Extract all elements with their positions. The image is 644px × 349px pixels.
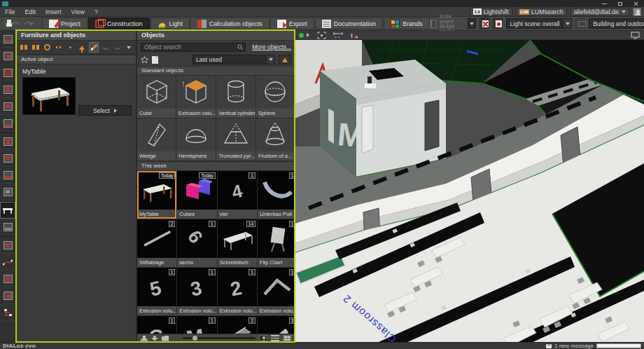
object-vertical-cylinder[interactable]: Vertical cylinder — [216, 76, 255, 118]
rotate-button[interactable] — [42, 42, 52, 53]
menu-insert[interactable]: Insert — [41, 8, 66, 15]
object-cube[interactable]: Cube — [137, 76, 176, 118]
week-item-extrusion-5[interactable]: 1 5 Extrusion volu... — [137, 268, 176, 315]
object-truncated-pyramid[interactable]: Truncated pyr... — [216, 118, 255, 160]
menu-edit[interactable]: Edit — [20, 8, 41, 15]
tool-network[interactable] — [0, 304, 15, 321]
sort-dropdown[interactable]: Last used — [192, 55, 275, 64]
more-objects-link[interactable]: More objects... — [252, 43, 291, 50]
toolbar-more-button[interactable] — [124, 42, 134, 53]
view-state-button[interactable] — [299, 31, 310, 39]
cancel-calculation-button[interactable] — [479, 18, 489, 29]
week-item-flip-chart[interactable]: 1 Flip Chart — [258, 219, 295, 267]
tab-documentation[interactable]: Documentation — [315, 18, 384, 29]
week-item-unterbau-pult[interactable]: 1 Unterbau Pult — [258, 171, 295, 219]
tool-ceilings[interactable] — [0, 167, 15, 184]
my-objects-icon[interactable] — [152, 56, 158, 64]
tool-furniture[interactable] — [0, 202, 15, 219]
scope-dropdown-button[interactable] — [468, 18, 476, 29]
undo-button[interactable] — [10, 19, 21, 29]
tab-export[interactable]: Export — [270, 18, 314, 29]
tool-zones[interactable] — [0, 287, 15, 304]
menu-view[interactable]: View — [66, 8, 90, 15]
message-icon[interactable] — [546, 344, 552, 348]
object-cone-frustum[interactable]: Frustum of a... — [256, 118, 295, 160]
tool-luminaires[interactable] — [0, 237, 15, 254]
object-search-input[interactable] — [141, 43, 246, 52]
curve-tool2-button[interactable] — [113, 42, 122, 53]
light-scene-dropdown[interactable]: Light scene overall — [506, 18, 573, 29]
object-hemisphere[interactable]: Hemisphere — [176, 118, 216, 160]
minimize-icon[interactable] — [602, 4, 607, 4]
scene-3d[interactable]: M — [295, 40, 644, 342]
object-wedge[interactable]: Wedge — [137, 118, 176, 160]
favorites-star-icon[interactable] — [141, 56, 148, 64]
tool-windows[interactable] — [0, 184, 15, 200]
maximize-icon[interactable] — [618, 2, 622, 6]
arrange-pair-button[interactable] — [19, 42, 29, 53]
tool-floor-slabs[interactable] — [0, 115, 15, 132]
menu-file[interactable]: File — [0, 8, 20, 15]
week-item-vier[interactable]: 1 4 vier — [218, 171, 257, 219]
tool-terrain[interactable] — [0, 31, 15, 48]
center-view-button[interactable] — [317, 31, 326, 39]
vertical-cylinder-icon — [220, 77, 251, 108]
tab-construction[interactable]: Construction — [88, 18, 150, 29]
thumbnail-size-slider[interactable] — [183, 337, 255, 339]
tool-storeys[interactable] — [0, 64, 15, 81]
wand-icon — [90, 44, 97, 50]
import-object-icon[interactable] — [141, 336, 148, 341]
tool-columns[interactable] — [0, 133, 15, 150]
folder-icon[interactable] — [162, 336, 169, 341]
tool-roofs[interactable] — [0, 150, 15, 167]
object-extrusion-volume[interactable]: ! Extrusion volu... — [176, 76, 216, 118]
tool-walls[interactable] — [0, 81, 15, 98]
curve-tool-button[interactable] — [101, 42, 111, 53]
arrange-row-button[interactable] — [31, 42, 41, 53]
object-sphere[interactable]: Sphere — [256, 76, 295, 118]
download-icon[interactable] — [151, 336, 158, 341]
extract-button[interactable] — [77, 42, 87, 53]
preview-mode-icon[interactable] — [259, 335, 267, 341]
tool-wall-openings[interactable] — [0, 98, 15, 115]
redo-button[interactable] — [22, 19, 34, 29]
collapse-up-button[interactable] — [279, 55, 291, 64]
slider-knob[interactable] — [192, 336, 197, 341]
tool-materials[interactable] — [0, 219, 15, 235]
week-item-extrusion-2[interactable]: 1 2 Extrusion volu... — [218, 268, 257, 315]
tab-light[interactable]: Light — [150, 18, 190, 29]
tab-project[interactable]: Project — [42, 18, 88, 29]
tab-brands[interactable]: Brands — [384, 18, 430, 29]
new-message-label[interactable]: 1 new message — [554, 343, 594, 349]
measure-button[interactable] — [333, 31, 343, 39]
paint-mode-button[interactable] — [89, 42, 99, 53]
active-object-thumbnail[interactable] — [22, 77, 76, 115]
scope-icon — [430, 20, 437, 28]
close-icon[interactable] — [634, 1, 638, 6]
menu-help[interactable]: ? — [90, 8, 103, 15]
tab-calculation-objects[interactable]: Calculation objects — [190, 18, 270, 29]
week-item-sechs[interactable]: 1 6 sechs — [177, 219, 216, 267]
display-button[interactable] — [631, 31, 640, 39]
week-item-stiftablage[interactable]: 2 Stiftablage — [137, 219, 176, 267]
week-item-schreibtisch[interactable]: 14 Schreibtisch — [218, 219, 257, 267]
tool-site[interactable] — [0, 48, 15, 64]
measure-icon — [333, 32, 343, 39]
week-item-extrusion-3[interactable]: 1 3 Extrusion volu... — [177, 268, 216, 315]
tool-pillars[interactable] — [0, 271, 15, 287]
view-mode-dropdown[interactable]: Building and outdoor pla... — [589, 18, 644, 29]
display-options-button[interactable] — [575, 18, 585, 29]
week-item-cubes[interactable]: Today Cubes — [177, 171, 216, 219]
grid-view-icon[interactable] — [283, 335, 291, 341]
tool-polylines[interactable] — [0, 254, 15, 271]
select-button[interactable]: Select — [78, 105, 132, 116]
duplicate-button[interactable] — [54, 42, 64, 53]
save-button[interactable] — [4, 19, 6, 28]
svg-text:!: ! — [351, 32, 353, 39]
single-placement-button[interactable] — [66, 42, 76, 53]
list-view-icon[interactable] — [271, 335, 279, 341]
stop-calculation-button[interactable] — [493, 18, 503, 29]
annotation-button[interactable]: ! — [350, 31, 358, 39]
week-item-extrusion-angle[interactable]: 1 Extrusion volu... — [258, 268, 295, 315]
week-item-mytable[interactable]: Today MyTable — [137, 171, 176, 219]
